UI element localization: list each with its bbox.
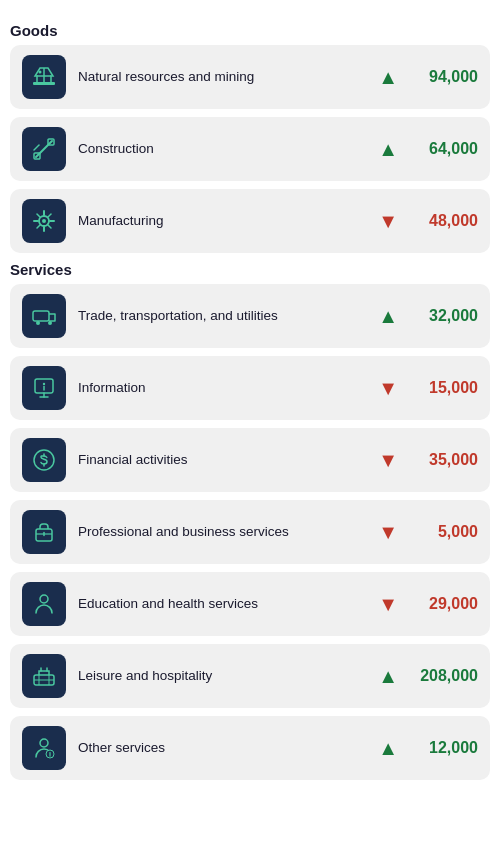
industry-name-financial: Financial activities (78, 451, 378, 469)
industry-card-information: Information▼15,000 (10, 356, 490, 420)
svg-rect-0 (33, 82, 55, 85)
svg-point-19 (36, 321, 40, 325)
mining-icon (22, 55, 66, 99)
svg-line-4 (36, 141, 52, 157)
industry-card-manufacturing: Manufacturing▼48,000 (10, 189, 490, 253)
industry-card-natural-resources: Natural resources and mining▲94,000 (10, 45, 490, 109)
svg-line-17 (37, 225, 40, 228)
industry-card-trade: Trade, transportation, and utilities▲32,… (10, 284, 490, 348)
industry-card-other: Other services▲12,000 (10, 716, 490, 780)
svg-point-3 (39, 71, 42, 74)
svg-line-14 (37, 214, 40, 217)
transport-icon (22, 294, 66, 338)
industry-name-natural-resources: Natural resources and mining (78, 68, 378, 86)
value-education: 29,000 (408, 595, 478, 613)
arrow-leisure: ▲ (378, 665, 398, 688)
industry-name-information: Information (78, 379, 378, 397)
industry-card-financial: Financial activities▼35,000 (10, 428, 490, 492)
value-manufacturing: 48,000 (408, 212, 478, 230)
industry-card-education: Education and health services▼29,000 (10, 572, 490, 636)
construction-icon (22, 127, 66, 171)
arrow-manufacturing: ▼ (378, 210, 398, 233)
other-icon (22, 726, 66, 770)
svg-point-9 (42, 219, 46, 223)
value-natural-resources: 94,000 (408, 68, 478, 86)
arrow-natural-resources: ▲ (378, 66, 398, 89)
section-label-goods: Goods (10, 22, 490, 39)
value-leisure: 208,000 (408, 667, 478, 685)
arrow-financial: ▼ (378, 449, 398, 472)
svg-line-15 (48, 225, 51, 228)
manufacturing-icon (22, 199, 66, 243)
industry-name-manufacturing: Manufacturing (78, 212, 378, 230)
svg-point-39 (40, 739, 48, 747)
industry-name-leisure: Leisure and hospitality (78, 667, 378, 685)
value-financial: 35,000 (408, 451, 478, 469)
svg-point-24 (43, 383, 45, 385)
value-trade: 32,000 (408, 307, 478, 325)
arrow-construction: ▲ (378, 138, 398, 161)
arrow-education: ▼ (378, 593, 398, 616)
svg-line-7 (34, 145, 39, 150)
industry-card-professional: Professional and business services▼5,000 (10, 500, 490, 564)
value-information: 15,000 (408, 379, 478, 397)
section-label-services: Services (10, 261, 490, 278)
value-professional: 5,000 (408, 523, 478, 541)
svg-point-32 (40, 595, 48, 603)
industry-name-other: Other services (78, 739, 378, 757)
financial-icon (22, 438, 66, 482)
arrow-trade: ▲ (378, 305, 398, 328)
value-other: 12,000 (408, 739, 478, 757)
svg-rect-18 (33, 311, 49, 321)
value-construction: 64,000 (408, 140, 478, 158)
arrow-professional: ▼ (378, 521, 398, 544)
svg-point-42 (50, 756, 51, 757)
professional-icon (22, 510, 66, 554)
svg-line-16 (48, 214, 51, 217)
leisure-icon (22, 654, 66, 698)
industry-name-professional: Professional and business services (78, 523, 378, 541)
arrow-other: ▲ (378, 737, 398, 760)
industry-name-construction: Construction (78, 140, 378, 158)
industry-card-leisure: Leisure and hospitality▲208,000 (10, 644, 490, 708)
industry-name-education: Education and health services (78, 595, 378, 613)
information-icon (22, 366, 66, 410)
industry-name-trade: Trade, transportation, and utilities (78, 307, 378, 325)
arrow-information: ▼ (378, 377, 398, 400)
svg-point-20 (48, 321, 52, 325)
industry-card-construction: Construction▲64,000 (10, 117, 490, 181)
education-icon (22, 582, 66, 626)
